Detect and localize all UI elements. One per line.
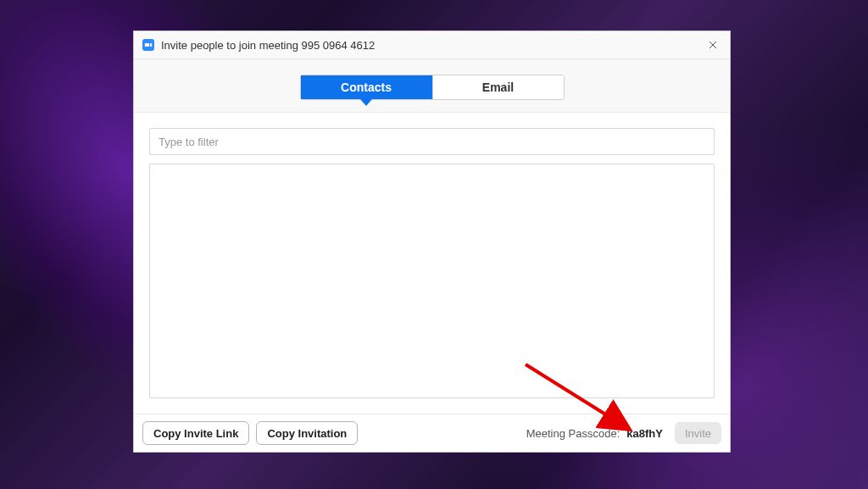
tab-contacts-label: Contacts — [341, 81, 392, 94]
svg-rect-0 — [145, 43, 149, 47]
copy-invitation-button[interactable]: Copy Invitation — [256, 421, 358, 445]
filter-input[interactable] — [149, 128, 715, 155]
tab-email-label: Email — [482, 81, 514, 94]
invite-button-label: Invite — [685, 427, 711, 440]
copy-invitation-label: Copy Invitation — [267, 427, 347, 440]
contacts-list[interactable] — [149, 164, 715, 398]
tabs-container: Contacts Email — [300, 75, 565, 100]
dialog-footer: Copy Invite Link Copy Invitation Meeting… — [134, 414, 730, 452]
close-button[interactable] — [704, 36, 721, 53]
passcode-value: ka8fhY — [626, 427, 663, 440]
invite-button[interactable]: Invite — [675, 422, 721, 444]
zoom-icon — [142, 39, 154, 51]
dialog-body — [134, 113, 730, 414]
copy-invite-link-button[interactable]: Copy Invite Link — [142, 421, 249, 445]
tab-email[interactable]: Email — [432, 75, 564, 99]
window-title: Invite people to join meeting 995 0964 4… — [161, 39, 704, 52]
close-icon — [708, 40, 718, 50]
tabs-row: Contacts Email — [134, 59, 730, 113]
titlebar: Invite people to join meeting 995 0964 4… — [134, 31, 730, 59]
svg-marker-1 — [150, 43, 152, 47]
passcode-label: Meeting Passcode: — [526, 427, 620, 440]
invite-dialog: Invite people to join meeting 995 0964 4… — [133, 31, 731, 453]
copy-invite-link-label: Copy Invite Link — [153, 427, 238, 440]
tab-contacts[interactable]: Contacts — [301, 75, 432, 99]
